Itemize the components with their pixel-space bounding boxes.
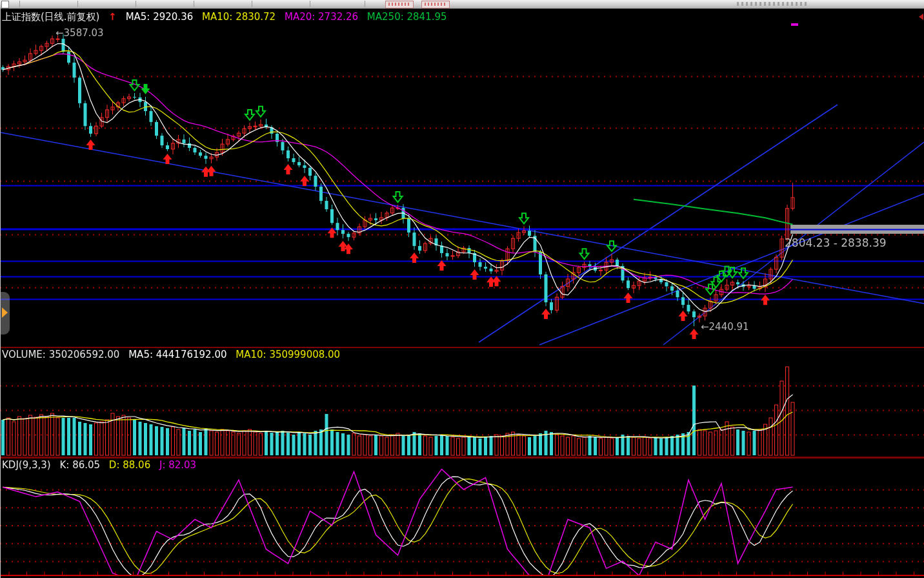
toolbar-button[interactable] bbox=[421, 1, 450, 8]
magenta-tick-mark bbox=[791, 23, 798, 26]
toolbar-separator bbox=[19, 1, 20, 7]
toolbar-separator bbox=[310, 1, 310, 7]
window-menu-icon[interactable] bbox=[1, 1, 9, 8]
trading-app-window: 上证指数(日线.前复权) ↑ MA5: 2920.36 MA10: 2830.7… bbox=[0, 0, 924, 578]
expand-arrow-icon bbox=[2, 307, 8, 318]
corner-arrow-icon bbox=[919, 14, 923, 20]
sidebar-expand-handle[interactable] bbox=[0, 292, 10, 335]
toolbar-separator bbox=[365, 1, 365, 7]
toolbar-button[interactable] bbox=[385, 1, 414, 8]
toolbar-text-remnant bbox=[737, 2, 808, 6]
toolbar-separator bbox=[252, 1, 252, 7]
toolbar-separator bbox=[77, 1, 78, 7]
toolbar-strip[interactable] bbox=[0, 0, 924, 9]
toolbar-separator bbox=[136, 1, 136, 7]
toolbar-separator bbox=[194, 1, 194, 7]
chart-canvas[interactable] bbox=[0, 8, 924, 578]
